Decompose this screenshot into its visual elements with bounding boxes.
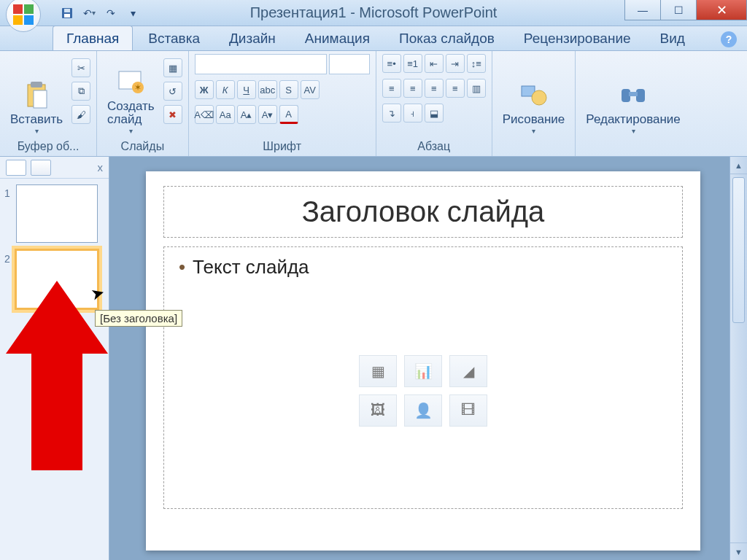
line-spacing-icon[interactable]: ↕≡ [467, 54, 486, 73]
panel-close-icon[interactable]: x [98, 161, 104, 174]
insert-smartart-icon[interactable]: ◢ [449, 355, 487, 387]
qat-customize-icon[interactable]: ▾ [125, 6, 140, 20]
numbering-icon[interactable]: ≡1 [403, 54, 422, 73]
layout-icon[interactable]: ▦ [163, 58, 182, 77]
insert-clipart-icon[interactable]: 👤 [404, 394, 442, 427]
tab-insert[interactable]: Вставка [134, 26, 214, 50]
chevron-down-icon: ▾ [532, 127, 535, 135]
close-button[interactable]: ✕ [696, 0, 747, 20]
new-slide-icon: ✶ [116, 68, 145, 97]
thumbnail-tooltip: [Без заголовка] [95, 310, 182, 327]
indent-inc-icon[interactable]: ⇥ [446, 54, 465, 73]
align-center-icon[interactable]: ≡ [403, 79, 422, 98]
slide-panel-tabs: x [0, 157, 109, 179]
italic-icon[interactable]: К [216, 80, 235, 99]
svg-rect-2 [64, 14, 70, 18]
font-size-select[interactable] [329, 54, 370, 74]
insert-chart-icon[interactable]: 📊 [404, 355, 442, 387]
change-case-icon[interactable]: Aa [216, 105, 235, 124]
scroll-up-icon[interactable]: ▲ [730, 157, 747, 174]
insert-media-icon[interactable]: 🎞 [449, 394, 487, 427]
help-icon[interactable]: ? [721, 31, 737, 47]
group-paragraph: ≡• ≡1 ⇤ ⇥ ↕≡ ≡ ≡ ≡ ≡ ▥ ↴ ⫞ ⬓ Абзац [376, 51, 492, 156]
maximize-button[interactable]: ☐ [660, 0, 697, 20]
insert-picture-icon[interactable]: 🖼 [359, 394, 397, 427]
drawing-button[interactable]: Рисование ▾ [498, 54, 570, 138]
new-slide-label: Создать слайд [107, 100, 155, 127]
title-text: Заголовок слайда [302, 195, 545, 228]
svg-rect-13 [629, 92, 638, 96]
grow-font-icon[interactable]: A▴ [237, 105, 256, 124]
strikethrough-icon[interactable]: abc [258, 80, 277, 99]
bold-icon[interactable]: Ж [195, 80, 214, 99]
tab-slideshow[interactable]: Показ слайдов [385, 26, 508, 50]
slide-canvas[interactable]: Заголовок слайда Текст слайда ▦ 📊 ◢ 🖼 👤 … [146, 171, 700, 551]
binoculars-icon [619, 80, 648, 109]
group-paragraph-label: Абзац [382, 139, 486, 155]
chevron-down-icon: ▾ [632, 127, 635, 135]
office-button[interactable] [6, 0, 41, 32]
slides-tab-icon[interactable] [6, 160, 26, 176]
copy-icon[interactable]: ⧉ [71, 82, 90, 101]
body-text: Текст слайда [193, 256, 309, 279]
window-controls: — ☐ ✕ [625, 0, 747, 26]
shrink-font-icon[interactable]: A▾ [258, 105, 277, 124]
scroll-thumb[interactable] [732, 177, 745, 323]
group-clipboard: Вставить ▾ ✂ ⧉ 🖌 Буфер об... [0, 51, 97, 156]
align-left-icon[interactable]: ≡ [382, 79, 401, 98]
tab-view[interactable]: Вид [646, 26, 699, 50]
underline-icon[interactable]: Ч [237, 80, 256, 99]
paste-label: Вставить [10, 112, 63, 127]
thumbnail-row: 1 [4, 184, 104, 243]
workspace: x 1 2 ➤ [Без заголовка] Заголовок слайда [0, 157, 747, 560]
tab-design[interactable]: Дизайн [215, 26, 290, 50]
ribbon: Вставить ▾ ✂ ⧉ 🖌 Буфер об... ✶ Создать с… [0, 51, 747, 157]
redo-icon[interactable]: ↷ [104, 6, 118, 20]
bullets-icon[interactable]: ≡• [382, 54, 401, 73]
undo-icon[interactable]: ↶▾ [82, 6, 96, 20]
group-slides: ✶ Создать слайд ▾ ▦ ↺ ✖ Слайды [97, 51, 189, 156]
editing-button[interactable]: Редактирование ▾ [581, 54, 685, 138]
office-logo-icon [13, 4, 34, 25]
reset-icon[interactable]: ↺ [163, 82, 182, 101]
chevron-down-icon: ▾ [129, 127, 133, 135]
delete-slide-icon[interactable]: ✖ [163, 105, 182, 124]
shadow-icon[interactable]: S [279, 80, 298, 99]
columns-icon[interactable]: ▥ [467, 79, 486, 98]
slide-thumbnail-1[interactable] [16, 184, 98, 243]
tab-home[interactable]: Главная [53, 26, 133, 50]
align-text-icon[interactable]: ⫞ [403, 104, 422, 122]
cut-icon[interactable]: ✂ [71, 58, 90, 77]
svg-marker-14 [6, 281, 108, 470]
indent-dec-icon[interactable]: ⇤ [425, 54, 444, 73]
group-slides-label: Слайды [103, 139, 182, 155]
group-editing: Редактирование ▾ Редактирование [576, 51, 691, 156]
align-right-icon[interactable]: ≡ [425, 79, 444, 98]
body-bullet: Текст слайда [179, 256, 667, 279]
font-color-icon[interactable]: A [279, 105, 298, 124]
quick-access-toolbar: ↶▾ ↷ ▾ [60, 6, 140, 20]
tab-review[interactable]: Рецензирование [510, 26, 645, 50]
smartart-icon[interactable]: ⬓ [425, 104, 444, 122]
char-spacing-icon[interactable]: AV [301, 80, 320, 99]
title-placeholder[interactable]: Заголовок слайда [163, 186, 683, 238]
save-icon[interactable] [60, 6, 74, 20]
text-direction-icon[interactable]: ↴ [382, 104, 401, 122]
new-slide-button[interactable]: ✶ Создать слайд ▾ [103, 54, 159, 138]
scroll-down-icon[interactable]: ▼ [730, 542, 747, 560]
outline-tab-icon[interactable] [31, 160, 51, 176]
annotation-arrow-icon [6, 281, 108, 485]
content-placeholder[interactable]: Текст слайда ▦ 📊 ◢ 🖼 👤 🎞 [163, 246, 683, 509]
paste-button[interactable]: Вставить ▾ [6, 54, 67, 138]
group-font: Ж К Ч abc S AV A⌫ Aa A▴ A▾ A Шрифт [189, 51, 376, 156]
font-family-select[interactable] [195, 54, 327, 74]
justify-icon[interactable]: ≡ [446, 79, 465, 98]
drawing-label: Рисование [503, 112, 565, 127]
content-insert-icons: ▦ 📊 ◢ 🖼 👤 🎞 [359, 355, 487, 427]
vertical-scrollbar[interactable]: ▲ ▼ [729, 157, 747, 560]
insert-table-icon[interactable]: ▦ [359, 355, 397, 387]
format-painter-icon[interactable]: 🖌 [71, 105, 90, 124]
clear-format-icon[interactable]: A⌫ [195, 105, 214, 124]
minimize-button[interactable]: — [624, 0, 661, 20]
tab-animation[interactable]: Анимация [291, 26, 384, 50]
